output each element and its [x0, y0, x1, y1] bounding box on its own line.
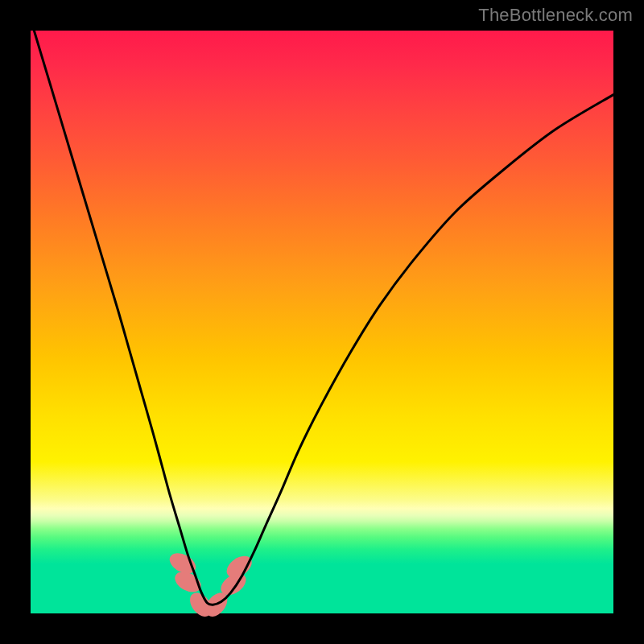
bottleneck-curve: [31, 19, 613, 605]
plot-area: [31, 31, 613, 613]
markers-group: [167, 549, 256, 621]
chart-frame: TheBottleneck.com: [0, 0, 644, 644]
chart-svg: [31, 31, 613, 613]
watermark-text: TheBottleneck.com: [478, 5, 633, 26]
